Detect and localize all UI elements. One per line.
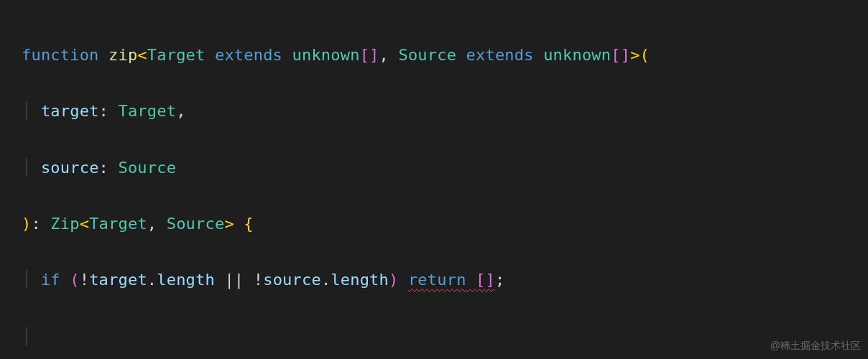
comma: , <box>379 46 389 64</box>
error-squiggle: return [] <box>408 271 495 289</box>
var-target: target <box>89 271 147 289</box>
paren-close: ) <box>22 215 31 233</box>
keyword-extends: extends <box>215 46 282 64</box>
angle-close: > <box>224 215 234 233</box>
code-line-5: │ if (!target.length || !source.length) … <box>22 266 846 294</box>
paren-open: ( <box>640 46 650 64</box>
code-editor-content: function zip<Target extends unknown[], S… <box>22 13 846 359</box>
indent-guide: │ <box>22 327 31 345</box>
param-source: source <box>41 159 99 177</box>
type-target: Target <box>118 102 176 120</box>
type-zip: Zip <box>50 215 79 233</box>
type-source: Source <box>167 215 225 233</box>
function-name: zip <box>108 46 137 64</box>
watermark-text: @稀土掘金技术社区 <box>770 337 861 355</box>
type-source: Source <box>398 46 456 64</box>
code-line-2: │ target: Target, <box>22 97 846 125</box>
type-source: Source <box>118 159 176 177</box>
type-target: Target <box>89 215 147 233</box>
angle-close: > <box>630 46 640 64</box>
indent-guide: │ <box>22 271 31 289</box>
keyword-extends: extends <box>466 46 534 64</box>
brackets: [] <box>611 46 630 64</box>
angle-open: < <box>137 46 147 64</box>
indent-guide: │ <box>22 159 31 177</box>
indent-guide: │ <box>22 102 31 120</box>
param-target: target <box>41 102 99 120</box>
code-line-1: function zip<Target extends unknown[], S… <box>22 41 846 69</box>
code-line-4: ): Zip<Target, Source> { <box>22 210 846 238</box>
paren-close: ) <box>389 271 398 289</box>
type-unknown: unknown <box>292 46 360 64</box>
code-line-6: │ <box>22 322 846 350</box>
prop-length: length <box>157 271 215 289</box>
brackets: [] <box>360 46 379 64</box>
code-line-3: │ source: Source <box>22 154 846 182</box>
type-target: Target <box>147 46 206 64</box>
paren-open: ( <box>70 271 79 289</box>
prop-length: length <box>331 271 389 289</box>
keyword-return: return <box>408 271 466 289</box>
brace-open: { <box>244 215 253 233</box>
var-source: source <box>263 271 321 289</box>
keyword-function: function <box>22 46 99 64</box>
angle-open: < <box>80 215 89 233</box>
keyword-if: if <box>41 271 60 289</box>
type-unknown: unknown <box>543 46 611 64</box>
